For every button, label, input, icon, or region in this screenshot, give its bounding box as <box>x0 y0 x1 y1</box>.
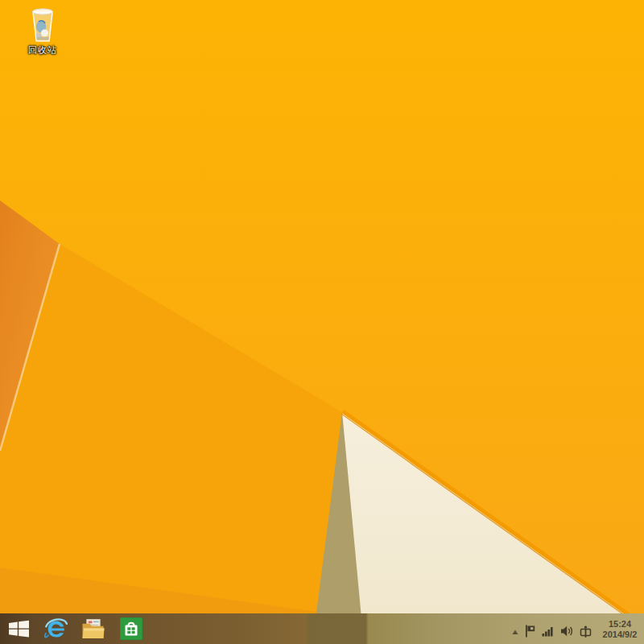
folder-icon <box>81 618 105 640</box>
wallpaper-image <box>0 0 644 644</box>
store-bag-icon <box>120 617 142 640</box>
volume-speaker-icon[interactable] <box>560 625 573 637</box>
windows-logo-icon <box>9 619 29 638</box>
store-button[interactable] <box>114 613 148 644</box>
start-button[interactable] <box>2 613 35 644</box>
action-center-flag-icon[interactable] <box>525 625 535 638</box>
input-method-keyboard-icon[interactable] <box>580 625 592 638</box>
taskbar-clock[interactable]: 15:24 2014/9/2 <box>598 617 642 640</box>
recycle-bin-label: 回收站 <box>19 45 66 55</box>
system-tray: 15:24 2014/9/2 <box>512 613 644 644</box>
ie-e-icon <box>44 617 68 641</box>
recycle-bin-icon <box>29 4 56 44</box>
clock-time: 15:24 <box>600 619 640 630</box>
network-signal-icon[interactable] <box>542 626 554 637</box>
recycle-bin[interactable]: 回收站 <box>19 4 66 55</box>
internet-explorer-button[interactable] <box>39 613 72 644</box>
desktop: 回收站 <box>0 0 644 644</box>
clock-date: 2014/9/2 <box>600 630 640 640</box>
taskbar: 15:24 2014/9/2 <box>0 613 644 644</box>
hidden-icons-chevron[interactable] <box>512 630 518 635</box>
file-explorer-button[interactable] <box>76 613 109 644</box>
